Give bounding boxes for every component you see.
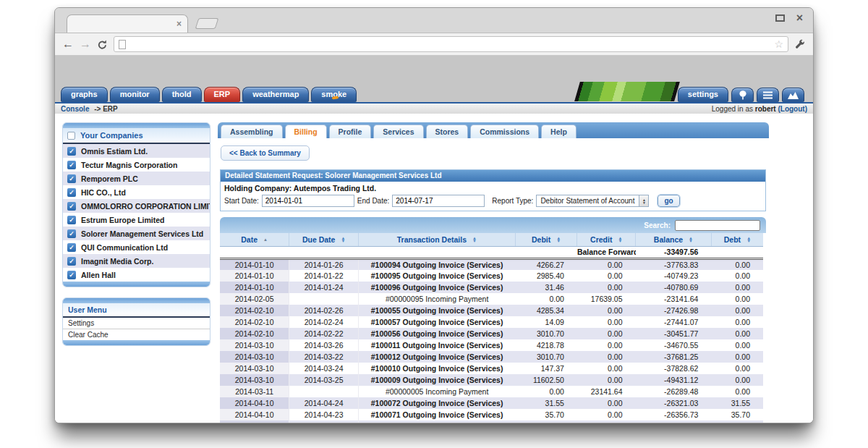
company-item-tectur-magnis-corporation[interactable]: ✓Tectur Magnis Corporation — [63, 158, 210, 172]
column-header-balance[interactable]: Balance▲▼ — [636, 233, 712, 246]
checkbox-checked-icon[interactable]: ✓ — [67, 174, 76, 183]
logout-link[interactable]: (Logout) — [776, 105, 807, 113]
cell-debt: 0.00 — [711, 293, 763, 305]
table-row[interactable]: 2014-03-102014-03-24#100010 Outgoing Inv… — [220, 363, 763, 374]
maximize-icon[interactable] — [775, 14, 785, 22]
checkbox-checked-icon[interactable]: ✓ — [67, 202, 76, 211]
nav-tab-settings[interactable]: settings — [678, 87, 728, 102]
company-item-ommolorro-corporation-limited[interactable]: ✓OMMOLORRO CORPORATION LIMITED — [63, 199, 210, 213]
checkbox-checked-icon[interactable]: ✓ — [67, 161, 76, 169]
company-item-hic-co-ltd[interactable]: ✓HIC CO., Ltd — [63, 185, 210, 199]
checkbox-checked-icon[interactable]: ✓ — [67, 257, 76, 266]
header-tab-list-icon[interactable] — [757, 88, 779, 102]
tab-stores[interactable]: Stores — [426, 124, 469, 138]
company-item-imagnit-media-corp[interactable]: ✓Imagnit Media Corp. — [63, 254, 210, 268]
tab-close-icon[interactable]: × — [176, 20, 182, 28]
header-tab-balloon-icon[interactable] — [731, 88, 754, 102]
nav-tab-thold[interactable]: thold — [162, 87, 202, 102]
checkbox-checked-icon[interactable]: ✓ — [67, 147, 76, 156]
sort-both-icon[interactable]: ▲▼ — [618, 237, 622, 242]
company-item-estrum-europe-limited[interactable]: ✓Estrum Europe Limited — [63, 213, 210, 227]
tab-help[interactable]: Help — [541, 124, 576, 138]
checkbox-unchecked-icon[interactable] — [67, 132, 75, 140]
table-row[interactable]: 2014-04-102014-04-24#100072 Outgoing Inv… — [220, 397, 763, 409]
company-item-omnis-estiam-ltd[interactable]: ✓Omnis Estiam Ltd. — [63, 144, 210, 158]
nav-tab-weathermap[interactable]: weathermap — [242, 87, 309, 102]
checkbox-checked-icon[interactable]: ✓ — [67, 188, 76, 197]
bookmark-star-icon[interactable]: ☆ — [774, 38, 783, 50]
column-header-transaction-details[interactable]: Transaction Details▲▼ — [359, 233, 516, 246]
checkbox-checked-icon[interactable]: ✓ — [67, 229, 76, 238]
column-header-debt[interactable]: Debt▲▼ — [711, 233, 763, 246]
checkbox-checked-icon[interactable]: ✓ — [67, 216, 76, 224]
table-row[interactable]: 2014-04-102014-04-23#100071 Outgoing Inv… — [220, 409, 763, 420]
new-tab-button[interactable] — [195, 18, 219, 29]
address-bar[interactable]: ☆ — [114, 36, 788, 52]
browser-tab[interactable]: × — [67, 14, 188, 33]
nav-tab-erp[interactable]: ERP — [204, 87, 241, 102]
report-type-select[interactable]: Debitor Statement of Account ▲▼ — [536, 195, 649, 207]
tab-commissions[interactable]: Commissions — [470, 124, 539, 138]
table-row[interactable]: 2014-01-102014-01-22#100095 Outgoing Inv… — [220, 270, 763, 282]
nav-tab-monitor[interactable]: monitor — [110, 87, 160, 102]
breadcrumb-console-link[interactable]: Console — [61, 105, 89, 113]
table-row[interactable]: 2014-03-102014-03-25#100009 Outgoing Inv… — [220, 374, 763, 386]
nav-tab-graphs[interactable]: graphs — [61, 87, 108, 102]
wrench-menu-icon[interactable] — [794, 38, 806, 50]
forward-icon[interactable]: → — [80, 38, 91, 50]
cell-balance: -34670.55 — [636, 339, 712, 351]
table-row[interactable]: 2014-02-102014-02-26#100055 Outgoing Inv… — [220, 305, 763, 316]
table-row[interactable]: 2014-03-102014-03-26#100011 Outgoing Inv… — [220, 339, 763, 351]
cell-debt: 35.70 — [711, 409, 763, 420]
sort-both-icon[interactable]: ▲▼ — [556, 237, 561, 242]
table-row[interactable]: 2014-03-102014-03-22#100012 Outgoing Inv… — [220, 351, 763, 363]
column-header-credit[interactable]: Credit▲▼ — [577, 233, 636, 246]
checkbox-checked-icon[interactable]: ✓ — [67, 271, 76, 279]
back-icon[interactable]: ← — [62, 38, 74, 50]
table-row[interactable]: 2014-01-102014-01-24#100096 Outgoing Inv… — [220, 282, 763, 293]
sort-both-icon[interactable]: ▲▼ — [689, 237, 693, 242]
reload-icon[interactable] — [97, 39, 108, 50]
go-button[interactable]: go — [658, 195, 679, 207]
green-ribbon-logo — [574, 82, 680, 101]
cell-balance: -26289.48 — [636, 386, 712, 397]
column-label: Balance — [654, 235, 683, 244]
address-input[interactable] — [130, 40, 770, 48]
sort-both-icon[interactable]: ▲▼ — [341, 237, 345, 242]
cell-debit: 147.37 — [515, 363, 577, 374]
table-row[interactable]: 2014-02-102014-02-24#100057 Outgoing Inv… — [220, 316, 763, 328]
tab-services[interactable]: Services — [373, 124, 423, 138]
sort-both-icon[interactable]: ▲▼ — [746, 237, 751, 242]
company-item-remporem-plc[interactable]: ✓Remporem PLC — [63, 172, 210, 185]
table-row[interactable]: 2014-03-11#00000005 Incoming Payment0.00… — [220, 386, 763, 397]
table-row[interactable]: 2014-01-102014-01-26#100094 Outgoing Inv… — [220, 258, 763, 270]
column-header-date[interactable]: Date▲ — [220, 233, 289, 246]
companies-title: Your Companies — [80, 131, 143, 140]
nav-tab-smoke[interactable]: smoke — [311, 87, 357, 102]
window-close-icon[interactable]: × — [796, 14, 803, 22]
user-menu-item-clear-cache[interactable]: Clear Cache — [63, 329, 210, 340]
column-header-inner: Balance▲▼ — [636, 235, 711, 244]
sort-both-icon[interactable]: ▲▼ — [472, 237, 477, 242]
tab-billing[interactable]: Billing — [285, 124, 327, 138]
table-row[interactable]: 2014-04-102014-04-22#100070 Outgoing Inv… — [220, 420, 763, 423]
table-row[interactable]: 2014-02-102014-02-22#100056 Outgoing Inv… — [220, 328, 763, 339]
company-item-solorer-management-services-ltd[interactable]: ✓Solorer Management Services Ltd — [63, 227, 210, 240]
tab-profile[interactable]: Profile — [329, 124, 372, 138]
start-date-input[interactable] — [262, 195, 354, 207]
search-input[interactable] — [675, 220, 760, 231]
user-menu-item-settings[interactable]: Settings — [63, 318, 210, 329]
column-header-due-date[interactable]: Due Date▲▼ — [289, 233, 359, 246]
table-row[interactable]: 2014-02-05#00000095 Incoming Payment0.00… — [220, 293, 763, 305]
company-item-allen-hall[interactable]: ✓Allen Hall — [63, 268, 210, 282]
tab-assembling[interactable]: Assembling — [221, 124, 283, 138]
end-date-input[interactable] — [392, 195, 485, 207]
column-header-debit[interactable]: Debit▲▼ — [515, 233, 577, 246]
header-tab-mountain-chart-icon[interactable] — [782, 88, 804, 102]
sort-asc-icon[interactable]: ▲ — [263, 238, 268, 241]
checkbox-checked-icon[interactable]: ✓ — [67, 243, 76, 252]
select-spinner-icon[interactable]: ▲▼ — [639, 195, 648, 206]
company-item-qui-communication-ltd[interactable]: ✓QUI Communication Ltd — [63, 240, 210, 254]
back-to-summary-button[interactable]: << Back to Summary — [221, 145, 310, 161]
column-label: Date — [241, 235, 258, 244]
